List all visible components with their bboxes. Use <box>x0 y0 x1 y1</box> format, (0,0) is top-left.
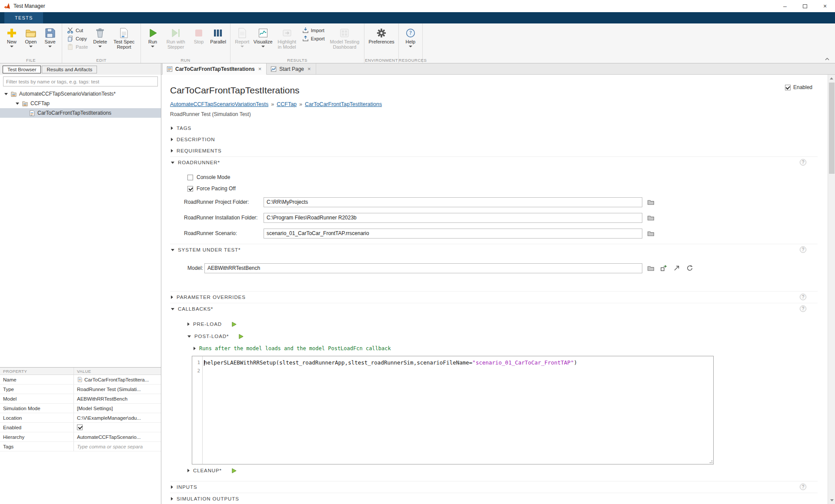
help-icon[interactable]: ? <box>800 294 806 300</box>
tree-expand-icon[interactable] <box>16 103 19 105</box>
breadcrumb-link-ccftap[interactable]: CCFTap <box>277 101 297 107</box>
section-description[interactable]: DESCRIPTION <box>170 134 818 145</box>
preload-callback-header[interactable]: PRE-LOAD <box>187 318 818 330</box>
run-postload-button[interactable] <box>238 334 244 339</box>
test-spec-report-button[interactable]: Test Spec Report <box>110 25 138 56</box>
collapse-ribbon-button[interactable] <box>824 56 831 62</box>
copy-button-label: Copy <box>76 36 87 41</box>
section-inputs-header[interactable]: INPUTS ? <box>170 481 818 493</box>
new-button[interactable]: New <box>2 25 21 56</box>
preferences-button[interactable]: Preferences <box>367 25 396 56</box>
maximize-button[interactable] <box>795 0 815 12</box>
tree-expand-icon[interactable] <box>4 93 8 95</box>
help-icon[interactable]: ? <box>800 159 806 166</box>
section-callbacks-header[interactable]: CALLBACKS* ? <box>170 303 818 315</box>
expanded-arrow-icon <box>187 335 191 338</box>
run-preload-button[interactable] <box>231 322 237 327</box>
help-icon[interactable]: ? <box>800 305 806 312</box>
filter-row <box>0 75 161 88</box>
close-tab-icon[interactable]: × <box>307 66 312 72</box>
save-button[interactable]: Save <box>40 25 60 56</box>
report-button[interactable]: Report <box>233 25 252 56</box>
use-current-model-button[interactable] <box>659 263 668 273</box>
section-sut-header[interactable]: SYSTEM UNDER TEST* ? <box>170 244 818 255</box>
postload-note-row[interactable]: Runs after the model loads and the model… <box>194 343 818 354</box>
project-folder-input[interactable] <box>264 197 642 207</box>
tree-item-cartocar-test[interactable]: CarToCarFrontTapTestIterations <box>0 108 161 118</box>
run-with-stepper-button[interactable]: Run with Stepper <box>162 25 189 56</box>
breadcrumb-link-suite[interactable]: AutomateCCFTapScenarioVariationTests <box>170 101 268 107</box>
breadcrumb-link-test[interactable]: CarToCarFrontTapTestIterations <box>305 101 382 107</box>
doc-tab-test[interactable]: CarToCarFrontTapTestIterations × <box>162 63 267 75</box>
section-requirements[interactable]: REQUIREMENTS <box>170 145 818 156</box>
force-pacing-label: Force Pacing Off <box>197 186 236 192</box>
cut-button[interactable]: Cut <box>65 27 90 34</box>
help-icon[interactable]: ? <box>800 246 806 253</box>
section-simulation-outputs-header[interactable]: SIMULATION OUTPUTS <box>170 493 818 504</box>
import-button[interactable]: Import <box>301 27 327 34</box>
scroll-down-button[interactable] <box>830 499 834 501</box>
paste-icon <box>67 43 73 50</box>
section-parameter-overrides-header[interactable]: PARAMETER OVERRIDES ? <box>170 292 818 303</box>
tab-test-browser[interactable]: Test Browser <box>3 66 41 73</box>
export-button[interactable]: Export <box>301 35 327 42</box>
delete-button-label: Delete <box>93 39 107 44</box>
resize-grip[interactable] <box>709 460 713 464</box>
installation-folder-label: RoadRunner Installation Folder: <box>184 215 264 221</box>
refresh-model-button[interactable] <box>685 263 695 273</box>
browse-folder-button[interactable] <box>646 197 655 207</box>
scroll-up-button[interactable] <box>828 75 835 82</box>
close-button[interactable]: × <box>815 0 835 12</box>
enabled-property-checkbox[interactable] <box>77 424 83 430</box>
stop-button[interactable]: Stop <box>189 25 208 56</box>
model-testing-dashboard-icon <box>339 27 351 39</box>
scrollbar-thumb[interactable] <box>829 83 835 174</box>
section-tags[interactable]: TAGS <box>170 123 818 134</box>
tree-item-ccftap[interactable]: CCFTap <box>0 99 161 108</box>
toolbar-group-edit: Cut Copy Paste <box>62 23 141 63</box>
browse-folder-button[interactable] <box>646 213 655 222</box>
paste-button[interactable]: Paste <box>65 43 90 50</box>
copy-button[interactable]: Copy <box>65 35 90 42</box>
filter-tests-input[interactable] <box>3 76 158 86</box>
cleanup-callback-header[interactable]: CLEANUP* <box>187 464 818 477</box>
run-cleanup-button[interactable] <box>231 468 237 474</box>
doc-tab-start-page[interactable]: Start Page × <box>267 63 316 74</box>
tab-tests[interactable]: TESTS <box>4 12 43 23</box>
force-pacing-checkbox[interactable] <box>187 186 193 192</box>
code-segment: helperSLAEBWithRRSetup(sltest_roadRunner… <box>204 359 472 366</box>
collapsed-arrow-icon <box>171 149 173 153</box>
highlight-in-model-button[interactable]: Highlight in Model <box>274 25 300 56</box>
tab-results-and-artifacts[interactable]: Results and Artifacts <box>42 66 97 73</box>
console-mode-checkbox[interactable] <box>187 175 193 180</box>
browse-folder-button[interactable] <box>646 229 655 238</box>
parallel-button[interactable]: Parallel <box>208 25 228 56</box>
tags-input[interactable]: Type comma or space separa <box>77 444 143 449</box>
minimize-button[interactable]: – <box>775 0 795 12</box>
model-input[interactable] <box>204 263 642 273</box>
tree-item-suite-root[interactable]: AutomateCCFTapScenarioVariationTests* <box>0 89 161 99</box>
section-simulation-outputs: SIMULATION OUTPUTS <box>170 493 818 504</box>
postload-callback-header[interactable]: POST-LOAD* <box>187 330 818 342</box>
open-button[interactable]: Open <box>21 25 40 56</box>
property-column-header: PROPERTY <box>0 368 74 375</box>
postload-code-editor[interactable]: 1 2 helperSLAEBWithRRSetup(sltest_roadRu… <box>192 356 714 464</box>
code-text[interactable]: helperSLAEBWithRRSetup(sltest_roadRunner… <box>203 356 713 464</box>
property-value: [Model Settings] <box>77 406 113 411</box>
run-button[interactable]: Run <box>143 25 162 56</box>
scenario-input[interactable] <box>264 229 642 239</box>
help-button[interactable]: ? Help <box>401 25 420 56</box>
model-testing-dashboard-button[interactable]: Model Testing Dashboard <box>327 25 362 56</box>
test-manager-window: Test Manager – × TESTS New <box>0 0 835 504</box>
visualize-button[interactable]: Visualize <box>252 25 274 56</box>
console-mode-row: Console Mode <box>187 172 818 183</box>
browse-model-button[interactable] <box>646 263 655 273</box>
section-roadrunner-header[interactable]: ROADRUNNER* ? <box>170 157 818 168</box>
help-icon[interactable]: ? <box>800 484 806 490</box>
open-model-button[interactable] <box>672 263 681 273</box>
close-tab-icon[interactable]: × <box>257 66 263 72</box>
delete-button[interactable]: Delete <box>90 25 110 56</box>
installation-folder-input[interactable] <box>264 213 642 223</box>
enabled-checkbox[interactable] <box>785 85 791 90</box>
vertical-scrollbar[interactable] <box>828 75 835 504</box>
